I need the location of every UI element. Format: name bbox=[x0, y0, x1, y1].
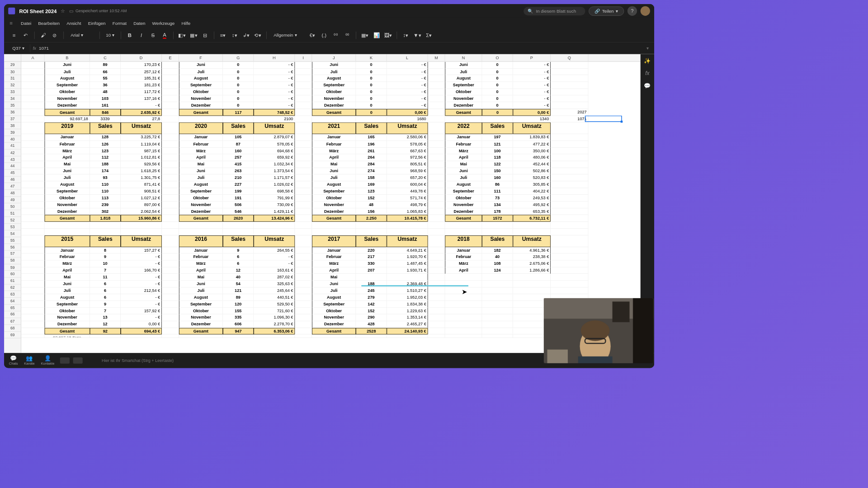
cell[interactable] bbox=[295, 260, 312, 267]
cell[interactable]: 302 bbox=[90, 208, 121, 215]
cell[interactable] bbox=[387, 222, 428, 229]
cell[interactable]: 9 bbox=[223, 247, 254, 253]
cell[interactable] bbox=[551, 235, 588, 247]
cell[interactable]: 150 bbox=[482, 168, 513, 174]
cell[interactable] bbox=[21, 301, 45, 308]
cell[interactable] bbox=[551, 274, 588, 281]
cell[interactable] bbox=[45, 229, 90, 235]
cell[interactable] bbox=[482, 287, 513, 294]
cell[interactable]: Juli bbox=[179, 174, 223, 181]
cell[interactable]: 87 bbox=[223, 141, 254, 148]
cell[interactable]: Juni bbox=[312, 62, 356, 69]
cell[interactable]: Juli bbox=[445, 174, 482, 181]
cell[interactable]: März bbox=[179, 148, 223, 155]
cell[interactable] bbox=[428, 267, 445, 274]
cell[interactable] bbox=[295, 68, 312, 75]
cell[interactable]: April bbox=[45, 154, 90, 161]
cell[interactable]: 1.119,04 € bbox=[121, 141, 162, 148]
contacts-tab[interactable]: 👤Kontakte bbox=[41, 356, 54, 365]
cell[interactable] bbox=[295, 215, 312, 222]
decimal-increase-button[interactable]: ⁰⁰ bbox=[343, 31, 352, 40]
cell[interactable] bbox=[162, 68, 179, 75]
cell[interactable] bbox=[428, 208, 445, 215]
cell[interactable]: 196 bbox=[356, 141, 387, 148]
cell[interactable] bbox=[551, 215, 588, 222]
row-header[interactable]: 38 bbox=[4, 122, 21, 129]
cell[interactable]: 10 bbox=[90, 260, 121, 267]
cell[interactable] bbox=[551, 181, 588, 188]
cell[interactable] bbox=[295, 174, 312, 181]
cell[interactable]: 110 bbox=[90, 181, 121, 188]
cell[interactable]: September bbox=[312, 301, 356, 308]
smartchat-hint[interactable]: Hier ist Ihr Smartchat (Strg + Leertaste… bbox=[102, 358, 174, 363]
row-header[interactable]: 29 bbox=[4, 62, 21, 69]
cell[interactable]: 0 bbox=[482, 95, 513, 102]
cell[interactable] bbox=[482, 294, 513, 301]
cell[interactable]: 529,50 € bbox=[254, 301, 295, 308]
column-header-F[interactable]: F bbox=[179, 54, 223, 61]
cell[interactable]: 274 bbox=[356, 168, 387, 174]
cell[interactable]: Oktober bbox=[312, 89, 356, 95]
cell[interactable]: 6 bbox=[90, 281, 121, 287]
cell[interactable]: Dezember bbox=[445, 102, 482, 109]
cell[interactable] bbox=[162, 62, 179, 69]
row-header[interactable]: 33 bbox=[4, 89, 21, 95]
cell[interactable]: 947 bbox=[223, 328, 254, 335]
cell[interactable]: Juli bbox=[45, 68, 90, 75]
cell[interactable]: 2.369,48 € bbox=[387, 281, 428, 287]
cell[interactable]: Gesamt bbox=[179, 215, 223, 222]
cell[interactable]: 0 bbox=[223, 82, 254, 89]
cell[interactable]: August bbox=[445, 75, 482, 82]
cell[interactable] bbox=[551, 75, 588, 82]
cell[interactable]: Mai bbox=[179, 161, 223, 168]
cell[interactable] bbox=[513, 274, 551, 281]
cell[interactable]: Dezember bbox=[445, 208, 482, 215]
cell[interactable] bbox=[295, 247, 312, 253]
cell[interactable] bbox=[428, 89, 445, 95]
cell[interactable]: Februar bbox=[45, 253, 90, 260]
cell[interactable]: 1.012,81 € bbox=[121, 154, 162, 161]
cell[interactable]: 55 bbox=[90, 75, 121, 82]
cell[interactable] bbox=[551, 208, 588, 215]
cell[interactable]: 2.250 bbox=[356, 215, 387, 222]
insert-chart-button[interactable]: 📊 bbox=[372, 31, 381, 40]
cell[interactable]: August bbox=[445, 181, 482, 188]
cell[interactable]: Gesamt bbox=[45, 109, 90, 116]
cell[interactable] bbox=[428, 148, 445, 155]
cell[interactable]: 7 bbox=[90, 308, 121, 314]
cell[interactable] bbox=[482, 321, 513, 328]
cell[interactable]: 134 bbox=[482, 202, 513, 208]
accounting-button[interactable]: (.) bbox=[320, 31, 329, 40]
cell[interactable] bbox=[21, 208, 45, 215]
cell[interactable]: Mai bbox=[179, 274, 223, 281]
cell[interactable]: 987,15 € bbox=[121, 148, 162, 155]
cell[interactable]: Umsatz bbox=[387, 122, 428, 134]
cell[interactable]: 169 bbox=[356, 181, 387, 188]
cell[interactable] bbox=[551, 260, 588, 267]
column-header-L[interactable]: L bbox=[387, 54, 428, 61]
cell[interactable]: 0 bbox=[356, 109, 387, 116]
row-header[interactable]: 36 bbox=[4, 109, 21, 116]
cell[interactable] bbox=[162, 222, 179, 229]
cell[interactable]: August bbox=[312, 75, 356, 82]
cell[interactable]: August bbox=[179, 75, 223, 82]
cell[interactable]: 174 bbox=[90, 168, 121, 174]
cell[interactable]: 1.487,45 € bbox=[387, 260, 428, 267]
cell[interactable]: Sales bbox=[90, 122, 121, 134]
cell[interactable]: - € bbox=[121, 314, 162, 321]
column-header-N[interactable]: N bbox=[445, 54, 482, 61]
cell[interactable] bbox=[223, 222, 254, 229]
cell[interactable] bbox=[21, 235, 45, 247]
italic-button[interactable]: I bbox=[137, 31, 146, 40]
cell[interactable]: Sales bbox=[90, 235, 121, 247]
cell[interactable] bbox=[21, 287, 45, 294]
comments-icon[interactable]: 💬 bbox=[644, 83, 651, 89]
cell[interactable]: 0 bbox=[223, 62, 254, 69]
cell[interactable] bbox=[295, 328, 312, 335]
cell[interactable]: Juni bbox=[45, 62, 90, 69]
cell[interactable]: 212,54 € bbox=[121, 287, 162, 294]
cell[interactable]: 165 bbox=[356, 134, 387, 141]
bold-button[interactable]: B bbox=[125, 31, 134, 40]
cell[interactable]: Juli bbox=[179, 287, 223, 294]
cell[interactable]: 805,51 € bbox=[387, 161, 428, 168]
